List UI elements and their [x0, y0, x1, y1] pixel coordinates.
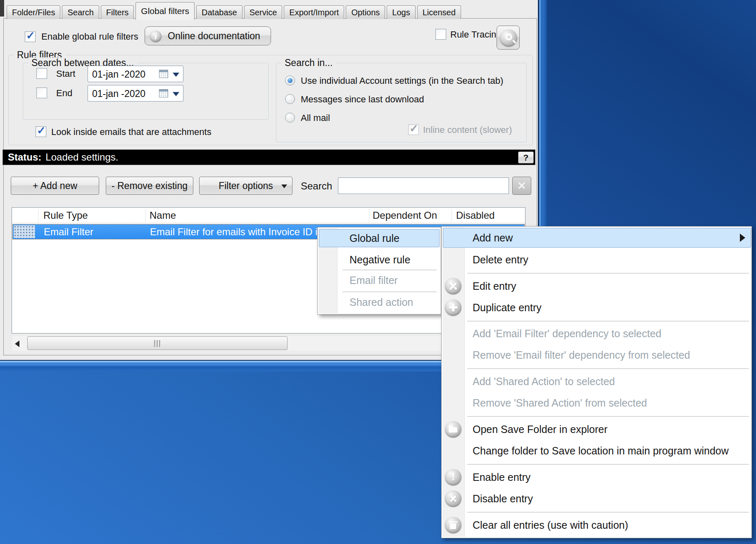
submenu-separator: [342, 291, 437, 292]
menu-item-remove-email-filter-dependency: Remove 'Email filter' dependency from se…: [473, 349, 690, 361]
scroll-left-arrow[interactable]: [15, 341, 19, 347]
filter-options-button[interactable]: Filter options: [199, 177, 292, 195]
calendar-icon[interactable]: [159, 89, 168, 97]
submenu-item-email-filter: Email filter: [349, 274, 398, 286]
radio-individual-account-label: Use individual Account settings (in the …: [301, 76, 503, 86]
inline-content-label: Inline content (slower): [423, 125, 512, 135]
column-header-disabled[interactable]: Disabled: [456, 210, 494, 221]
folder-sphere-icon: [445, 421, 461, 438]
column-divider: [145, 209, 146, 222]
header-divider: [12, 223, 525, 223]
status-bar: Status: Loaded settings.: [2, 149, 535, 165]
online-documentation-label: Online documentation: [168, 31, 260, 42]
search-in-caption: Search in...: [281, 57, 336, 69]
submenu-separator: [342, 270, 437, 270]
context-menu: Add new Delete entry Edit entry Duplicat…: [441, 226, 752, 538]
menu-item-open-save-folder[interactable]: Open Save Folder in explorer: [473, 423, 608, 435]
rule-tracing-checkbox[interactable]: ✓: [435, 29, 446, 40]
clear-search-button[interactable]: ✕: [512, 177, 531, 195]
remove-existing-button[interactable]: - Remove existing: [106, 177, 193, 195]
help-button[interactable]: ?: [518, 151, 534, 163]
radio-individual-account[interactable]: [285, 76, 295, 85]
menu-separator: [467, 368, 749, 369]
search-label: Search: [301, 180, 332, 192]
tab-search[interactable]: Search: [62, 5, 99, 19]
menu-item-disable-entry[interactable]: Disable entry: [473, 493, 533, 505]
menu-separator: [467, 321, 749, 322]
tab-filters[interactable]: Filters: [101, 5, 134, 19]
rule-tracing-search-button[interactable]: [497, 26, 520, 50]
radio-all-mail-label: All mail: [301, 113, 330, 123]
column-header-rule-type[interactable]: Rule Type: [43, 210, 88, 221]
tab-logs[interactable]: Logs: [387, 5, 415, 19]
menu-separator: [467, 512, 749, 513]
column-header-name[interactable]: Name: [150, 210, 176, 221]
tools-sphere-icon: [445, 278, 461, 294]
look-inside-label: Look inside emails that are attachments: [51, 127, 212, 137]
magnifier-icon: [500, 29, 517, 47]
rule-tracing-label: Rule Tracing: [450, 29, 502, 40]
radio-messages-since[interactable]: [285, 94, 295, 104]
chevron-down-icon[interactable]: [173, 73, 179, 77]
start-date-label: Start: [56, 69, 75, 79]
search-input[interactable]: [338, 177, 509, 194]
end-date-checkbox[interactable]: ✓: [36, 88, 47, 98]
look-inside-checkbox[interactable]: ✓: [36, 126, 46, 137]
menu-item-add-email-filter-dependency: Add 'Email Filter' dependency to selecte…: [473, 328, 661, 340]
menu-item-delete-entry[interactable]: Delete entry: [473, 254, 528, 266]
trash-sphere-icon: [445, 517, 461, 533]
tab-folder-files[interactable]: Folder/Files: [7, 5, 60, 19]
status-message: Loaded settings.: [45, 151, 118, 163]
inline-content-checkbox: ✓: [408, 124, 419, 135]
enable-global-filters-label: Enable global rule filters: [41, 31, 138, 42]
chevron-down-icon[interactable]: [173, 92, 179, 96]
menu-item-add-new[interactable]: Add new: [473, 232, 513, 244]
end-date-field[interactable]: 01-jan -2020: [88, 85, 183, 102]
menu-separator: [467, 416, 749, 417]
column-divider: [369, 209, 369, 222]
tab-bar: Folder/Files Search Filters Global filte…: [7, 2, 461, 19]
end-date-label: End: [56, 88, 72, 99]
tab-licensed[interactable]: Licensed: [417, 5, 461, 19]
menu-item-enable-entry[interactable]: Enable entry: [473, 471, 530, 483]
chevron-down-icon: [281, 184, 287, 188]
submenu-item-global-rule[interactable]: Global rule: [349, 232, 399, 244]
menu-separator: [467, 464, 749, 465]
menu-separator: [467, 273, 749, 274]
add-new-button[interactable]: + Add new: [11, 177, 99, 195]
submenu-item-negative-rule[interactable]: Negative rule: [349, 254, 410, 266]
row-rule-type: Email Filter: [44, 226, 93, 238]
menu-item-clear-all-entries[interactable]: Clear all entries (use with caution): [473, 519, 628, 531]
scrollbar-thumb[interactable]: [27, 336, 288, 350]
column-header-dependent-on[interactable]: Dependent On: [373, 210, 437, 221]
online-documentation-button[interactable]: i Online documentation: [145, 26, 271, 45]
radio-all-mail[interactable]: [285, 113, 295, 123]
tab-export-import[interactable]: Export/Import: [284, 5, 344, 19]
start-date-field[interactable]: 01-jan -2020: [88, 66, 183, 82]
enable-global-filters-checkbox[interactable]: ✓: [25, 31, 36, 42]
menu-item-remove-shared-action: Remove 'Shared Action' from selected: [473, 397, 647, 409]
submenu-item-shared-action: Shared action: [349, 296, 413, 308]
plus-sphere-icon: [445, 299, 461, 316]
menu-item-add-shared-action: Add 'Shared Action' to selected: [473, 376, 615, 388]
menu-item-duplicate-entry[interactable]: Duplicate entry: [473, 302, 542, 314]
radio-messages-since-label: Messages since last download: [301, 94, 424, 105]
start-date-checkbox[interactable]: ✓: [36, 68, 47, 79]
tab-database[interactable]: Database: [196, 5, 242, 19]
end-date-value: 01-jan -2020: [92, 88, 145, 99]
row-drag-handle[interactable]: [14, 225, 35, 238]
tab-options[interactable]: Options: [346, 5, 385, 19]
add-new-submenu: Global rule Negative rule Email filter S…: [317, 227, 441, 315]
screen-edge-artifact: [0, 0, 4, 17]
menu-item-edit-entry[interactable]: Edit entry: [473, 280, 516, 292]
tab-service[interactable]: Service: [244, 5, 283, 19]
exclamation-sphere-icon: !: [445, 469, 461, 485]
calendar-icon[interactable]: [159, 70, 168, 78]
info-icon: i: [150, 31, 162, 42]
menu-item-change-folder[interactable]: Change folder to Save location in main p…: [473, 445, 729, 457]
start-date-value: 01-jan -2020: [92, 69, 145, 80]
tab-global-filters[interactable]: Global filters: [136, 2, 195, 20]
column-divider: [38, 209, 38, 222]
submenu-arrow-icon: [740, 234, 745, 242]
column-divider: [452, 209, 452, 222]
